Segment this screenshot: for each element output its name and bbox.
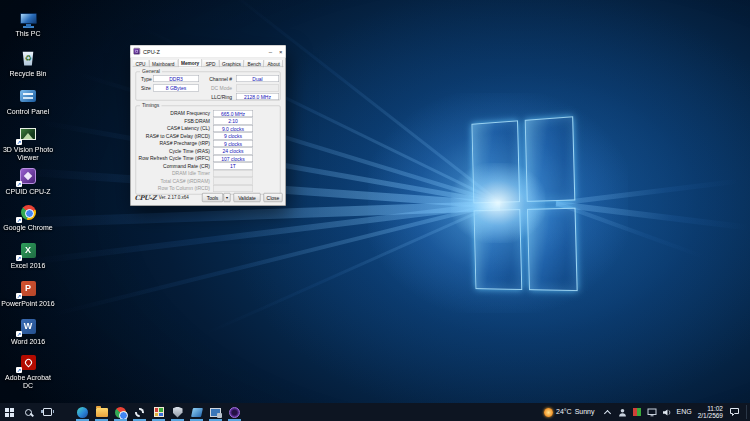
close-window-button[interactable]: Close	[264, 193, 283, 202]
tray-user-icon-button[interactable]	[617, 406, 628, 418]
timing-value	[213, 178, 253, 185]
desktop-icon-cpuid-cpuz[interactable]: ↗ CPUID CPU-Z	[0, 166, 56, 196]
action-center-button[interactable]	[729, 406, 740, 418]
taskbar-system-tool[interactable]	[206, 403, 225, 421]
taskbar-edge[interactable]	[73, 403, 92, 421]
timing-label: Cycle Time (tRAS)	[169, 148, 210, 154]
desktop-icon-label: Google Chrome	[3, 224, 52, 232]
llc-ring-label: LLC/Ring	[211, 94, 232, 100]
desktop-icon-recycle-bin[interactable]: ♻ Recycle Bin	[0, 48, 56, 78]
acrobat-icon: ↗	[17, 352, 39, 372]
file-explorer-icon	[96, 408, 108, 417]
timing-row: DRAM Idle Timer	[136, 170, 280, 178]
desktop-wallpaper: This PC ♻ Recycle Bin Control Panel ↗ 3D…	[0, 0, 750, 403]
general-groupbox: General Type DDR3 Size 8 GBytes Channel …	[136, 72, 281, 101]
timing-value: 24 clocks	[213, 148, 253, 155]
hidden-icons-button[interactable]	[602, 406, 613, 418]
language-indicator[interactable]: ENG	[677, 408, 692, 416]
system-tool-icon	[210, 408, 221, 417]
shortcut-arrow-icon: ↗	[16, 181, 22, 187]
tray-app-button[interactable]	[632, 406, 643, 418]
desktop-icon-word[interactable]: W↗ Word 2016	[0, 316, 56, 346]
timings-groupbox: Timings DRAM Frequency 665.0 MHz FSB:DRA…	[136, 106, 281, 195]
weather-temperature: 24°C	[556, 408, 572, 416]
windows-start-icon	[5, 408, 14, 417]
taskbar-photo-app[interactable]	[149, 403, 168, 421]
window-footer: CPU-Z Ver. 2.17.0.x64 Tools ▼ Validate C…	[135, 193, 283, 203]
desktop-icon-label: This PC	[16, 30, 41, 38]
timing-row: Total CAS# (tRDRAM)	[136, 178, 280, 186]
timing-row: FSB:DRAM 2:10	[136, 118, 280, 126]
cpuz-logo: CPU-Z	[135, 194, 157, 202]
control-panel-icon	[17, 86, 39, 106]
dc-mode-label: DC Mode	[211, 86, 232, 92]
show-desktop-button[interactable]	[746, 405, 747, 419]
desktop-icon-powerpoint[interactable]: P↗ PowerPoint 2016	[0, 278, 56, 308]
timing-value: 9 clocks	[213, 140, 253, 147]
tools-button[interactable]: Tools	[202, 193, 223, 202]
groupbox-title: Timings	[140, 103, 161, 109]
recycle-bin-icon: ♻	[17, 48, 39, 68]
timing-label: Row Refresh Cycle Time (tRFC)	[139, 156, 210, 162]
desktop-icon-label: PowerPoint 2016	[1, 300, 54, 308]
excel-icon: X↗	[17, 240, 39, 260]
start-button[interactable]	[0, 403, 19, 421]
chevron-up-icon	[603, 409, 610, 416]
cpuz-icon	[229, 407, 240, 418]
taskbar-defender[interactable]	[168, 403, 187, 421]
validate-button[interactable]: Validate	[234, 193, 261, 202]
weather-widget[interactable]: 24°C Sunny	[541, 408, 598, 417]
chrome-icon: ↗	[17, 202, 39, 222]
tray-display-button[interactable]	[647, 406, 658, 418]
taskbar-3d-vision[interactable]	[187, 403, 206, 421]
clock-date: 2/1/2569	[698, 412, 723, 420]
desktop-icon-excel[interactable]: X↗ Excel 2016	[0, 240, 56, 270]
timing-row: Row Refresh Cycle Time (tRFC) 107 clocks	[136, 155, 280, 163]
speaker-icon	[662, 408, 672, 417]
chrome-icon	[115, 407, 126, 418]
task-view-button[interactable]	[38, 403, 57, 421]
type-value: DDR3	[153, 75, 199, 82]
window-title: CPU-Z	[143, 48, 160, 54]
timing-row: DRAM Frequency 665.0 MHz	[136, 110, 280, 118]
timing-label: RAS# Precharge (tRP)	[159, 141, 210, 147]
timing-row: Command Rate (CR) 1T	[136, 163, 280, 171]
desktop-icon-label: Adobe Acrobat DC	[1, 374, 55, 390]
channel-label: Channel #	[209, 76, 232, 82]
desktop-icon-3d-vision-photo-viewer[interactable]: ↗ 3D Vision Photo Viewer	[0, 124, 56, 162]
this-pc-icon	[17, 8, 39, 28]
taskbar-chrome[interactable]	[111, 403, 130, 421]
taskbar-settings[interactable]	[130, 403, 149, 421]
timing-label: DRAM Idle Timer	[172, 171, 210, 177]
desktop-icon-label: Recycle Bin	[10, 70, 47, 78]
desktop-icon-google-chrome[interactable]: ↗ Google Chrome	[0, 202, 56, 232]
timing-label: Command Rate (CR)	[163, 163, 210, 169]
taskbar-file-explorer[interactable]	[92, 403, 111, 421]
sun-icon	[544, 408, 553, 417]
timing-value: 665.0 MHz	[213, 110, 253, 117]
desktop-icon-this-pc[interactable]: This PC	[0, 8, 56, 38]
tools-dropdown-button[interactable]: ▼	[224, 193, 231, 202]
channel-value: Dual	[236, 75, 279, 82]
timing-label: FSB:DRAM	[184, 118, 210, 124]
search-button[interactable]	[19, 403, 38, 421]
desktop-icon-label: Word 2016	[11, 338, 45, 346]
task-view-icon	[43, 408, 52, 416]
shortcut-arrow-icon: ↗	[16, 331, 22, 337]
close-button[interactable]: ×	[279, 48, 283, 55]
shield-icon	[173, 407, 183, 418]
taskbar-clock[interactable]: 11:02 2/1/2569	[696, 405, 725, 420]
timing-label: Total CAS# (tRDRAM)	[161, 178, 210, 184]
timing-row: Cycle Time (tRAS) 24 clocks	[136, 148, 280, 156]
tray-volume-button[interactable]	[662, 406, 673, 418]
desktop-icon-adobe-acrobat[interactable]: ↗ Adobe Acrobat DC	[0, 352, 56, 390]
timing-label: RAS# to CAS# Delay (tRCD)	[146, 133, 210, 139]
cpuz-window: CPU-Z – × CPU Mainboard Memory SPD Graph…	[130, 45, 286, 206]
timing-value: 2:10	[213, 118, 253, 125]
taskbar-cpuz[interactable]	[225, 403, 244, 421]
desktop-icon-control-panel[interactable]: Control Panel	[0, 86, 56, 116]
timing-value	[213, 170, 253, 177]
title-bar[interactable]: CPU-Z – ×	[131, 46, 286, 58]
shortcut-arrow-icon: ↗	[16, 139, 22, 145]
minimize-button[interactable]: –	[269, 48, 272, 55]
